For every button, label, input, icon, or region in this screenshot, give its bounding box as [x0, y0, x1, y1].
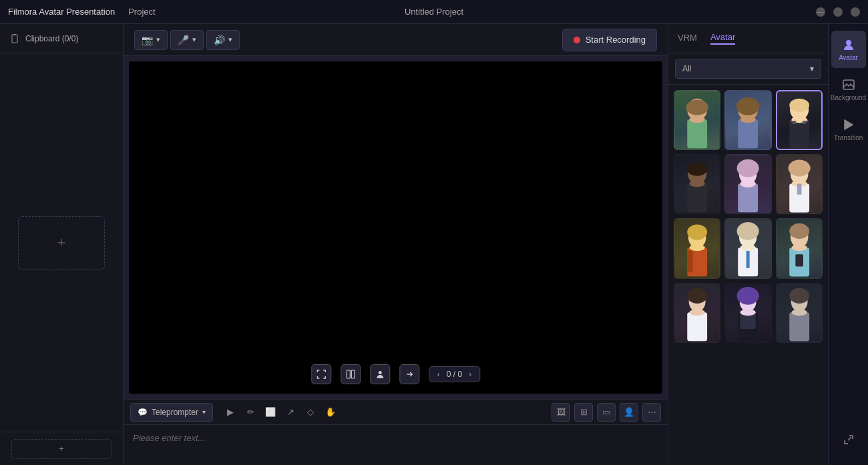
tp-rect-button[interactable]: ⬜	[261, 403, 280, 422]
teleprompter-toolbar: 💬 Teleprompter ▾ ▶ ✏ ⬜ ↗ ◇ ✋ 🖼	[124, 400, 668, 425]
arrow-button[interactable]	[399, 364, 419, 384]
teleprompter-input-area[interactable]: Please enter text...	[124, 425, 668, 465]
side-icon-avatar[interactable]: Avatar	[831, 31, 866, 68]
avatar-svg-11	[726, 284, 770, 342]
add-slide-button[interactable]: +	[11, 439, 112, 459]
avatar-svg-5	[726, 155, 770, 213]
teleprompter-area: 💬 Teleprompter ▾ ▶ ✏ ⬜ ↗ ◇ ✋ 🖼	[124, 399, 668, 465]
main-layout: Clipboard (0/0) + + 📷 ▾ 🎤 ▾	[0, 24, 868, 465]
avatar-svg-1	[675, 91, 719, 149]
avatar-filter-select[interactable]: All ▾	[675, 59, 821, 79]
svg-point-6	[686, 99, 708, 115]
person-button[interactable]	[370, 364, 390, 384]
avatar-card-6[interactable]	[776, 154, 823, 214]
svg-point-4	[378, 371, 381, 374]
avatar-figure-5	[726, 155, 770, 213]
svg-rect-7	[687, 119, 707, 148]
transition-side-label: Transition	[834, 134, 863, 141]
tp-tools: ▶ ✏ ⬜ ↗ ◇ ✋	[221, 403, 340, 422]
avatar-grid	[674, 90, 823, 343]
expand-side-icon	[842, 433, 855, 446]
panel-tabs: VRM Avatar	[668, 24, 828, 53]
add-clip-button[interactable]: +	[18, 216, 105, 270]
tp-chevron-icon: ▾	[202, 408, 206, 416]
avatar-card-7[interactable]	[674, 218, 720, 278]
avatar-card-9[interactable]	[776, 218, 823, 278]
camera-button[interactable]: 📷 ▾	[134, 30, 168, 50]
avatar-scroll[interactable]	[668, 85, 828, 465]
svg-point-51	[690, 309, 705, 316]
sidebar-bottom: +	[0, 432, 123, 465]
project-menu[interactable]: Project	[128, 7, 155, 17]
svg-point-8	[690, 116, 705, 123]
volume-button[interactable]: 🔊 ▾	[206, 30, 240, 50]
avatar-figure-9	[777, 219, 821, 277]
tab-avatar[interactable]: Avatar	[710, 32, 735, 45]
svg-point-21	[687, 163, 707, 176]
title-bar: Filmora Avatar Presentation Project Unti…	[0, 0, 868, 24]
avatar-card-10[interactable]	[674, 283, 720, 343]
side-icon-background[interactable]: Background	[831, 71, 866, 108]
avatar-svg-3	[777, 91, 821, 149]
avatar-card-1[interactable]	[674, 90, 720, 150]
tp-diamond-button[interactable]: ◇	[301, 403, 320, 422]
avatar-card-4[interactable]	[674, 154, 720, 214]
avatar-card-2[interactable]	[724, 90, 771, 150]
volume-label: ▾	[228, 35, 232, 44]
tp-chat-icon: 💬	[138, 408, 148, 417]
page-indicator: ‹ 0 / 0 ›	[429, 366, 480, 382]
prev-page-button[interactable]: ‹	[436, 370, 441, 379]
svg-point-10	[736, 97, 760, 115]
avatar-card-3[interactable]	[776, 90, 823, 150]
page-text: 0 / 0	[447, 370, 462, 379]
tab-vrm[interactable]: VRM	[678, 33, 697, 44]
tp-caption-button[interactable]: ▭	[597, 403, 616, 422]
svg-rect-32	[797, 183, 802, 195]
record-button[interactable]: Start Recording	[562, 29, 657, 51]
maximize-button[interactable]: ⬜	[833, 7, 843, 17]
svg-point-14	[789, 99, 809, 112]
tp-pen-button[interactable]: ✏	[241, 403, 260, 422]
layout-button[interactable]	[341, 364, 361, 384]
svg-rect-0	[12, 35, 17, 43]
teleprompter-placeholder: Please enter text...	[133, 433, 205, 443]
mic-button[interactable]: 🎤 ▾	[170, 30, 204, 50]
tp-person-button[interactable]: 👤	[620, 403, 638, 422]
avatar-svg-4	[675, 155, 719, 213]
filter-chevron-icon: ▾	[810, 64, 814, 73]
tp-arrow-button[interactable]: ↗	[281, 403, 300, 422]
tp-play-button[interactable]: ▶	[221, 403, 240, 422]
svg-rect-22	[687, 183, 707, 212]
close-button[interactable]: ✕	[851, 7, 860, 17]
svg-point-44	[789, 223, 809, 239]
side-icon-expand[interactable]	[831, 421, 866, 458]
svg-point-37	[690, 245, 705, 252]
avatar-card-12[interactable]	[776, 283, 823, 343]
tp-selector-label: Teleprompter	[152, 408, 198, 417]
background-side-label: Background	[831, 94, 866, 101]
next-page-button[interactable]: ›	[467, 370, 473, 379]
svg-rect-26	[738, 183, 758, 212]
tp-hand-button[interactable]: ✋	[321, 403, 340, 422]
app-title: Filmora Avatar Presentation	[8, 7, 115, 17]
fit-screen-button[interactable]	[311, 364, 331, 384]
minimize-button[interactable]: —	[816, 7, 825, 17]
svg-point-49	[687, 288, 707, 303]
camera-icon: 📷	[142, 35, 153, 45]
volume-icon: 🔊	[214, 35, 225, 45]
avatar-card-8[interactable]	[724, 218, 771, 278]
avatar-svg-9	[777, 219, 821, 277]
tp-image-button[interactable]: 🖼	[552, 403, 570, 422]
filter-label: All	[682, 64, 691, 73]
mic-icon: 🎤	[178, 35, 189, 45]
side-icon-transition[interactable]: Transition	[831, 111, 866, 148]
avatar-card-5[interactable]	[724, 154, 771, 214]
avatar-card-11[interactable]	[724, 283, 771, 343]
tp-right: 🖼 ⊞ ▭ 👤 ⋯	[552, 403, 661, 422]
svg-point-42	[740, 245, 756, 252]
avatar-svg-7	[675, 219, 719, 277]
layout-icon	[346, 370, 355, 379]
tp-more-button[interactable]: ⋯	[642, 403, 661, 422]
tp-table-button[interactable]: ⊞	[574, 403, 593, 422]
teleprompter-selector[interactable]: 💬 Teleprompter ▾	[130, 403, 213, 422]
